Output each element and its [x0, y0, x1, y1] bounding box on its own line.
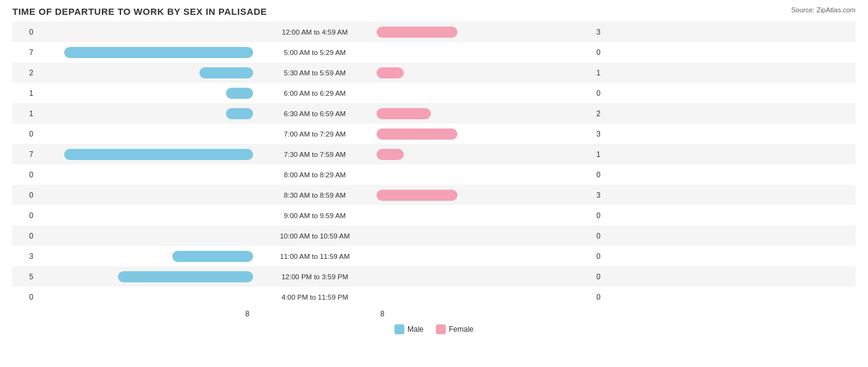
- female-bar-container: [377, 67, 593, 78]
- male-value: 2: [12, 69, 37, 77]
- female-bar-container: [377, 190, 593, 201]
- male-bar-container: [37, 251, 253, 262]
- female-swatch: [436, 324, 446, 334]
- time-label: 7:00 AM to 7:29 AM: [253, 130, 377, 138]
- table-row: 0 4:00 PM to 11:59 PM 0: [12, 287, 856, 307]
- male-bar-container: [37, 169, 253, 180]
- axis-right-val: 8: [377, 310, 593, 318]
- male-bar: [64, 47, 253, 58]
- table-row: 0 12:00 AM to 4:59 AM 3: [12, 22, 856, 42]
- male-bar-container: [37, 47, 253, 58]
- female-bar-container: [377, 271, 593, 282]
- table-row: 0 10:00 AM to 10:59 AM 0: [12, 226, 856, 246]
- table-row: 5 12:00 PM to 3:59 PM 0: [12, 266, 856, 287]
- time-label: 8:30 AM to 8:59 AM: [253, 192, 377, 199]
- male-bar: [226, 88, 253, 99]
- table-row: 1 6:00 AM to 6:29 AM 0: [12, 83, 856, 103]
- time-label: 8:00 AM to 8:29 AM: [253, 171, 377, 179]
- male-bar-container: [37, 129, 253, 140]
- table-row: 1 6:30 AM to 6:59 AM 2: [12, 103, 856, 124]
- source-label: Source: ZipAtlas.com: [791, 6, 856, 14]
- chart-area: 0 12:00 AM to 4:59 AM 3 7 5:00 AM to 5:2…: [12, 22, 856, 307]
- female-bar-container: [377, 149, 593, 160]
- male-value: 7: [12, 150, 37, 159]
- axis-row: 8 8: [12, 307, 856, 321]
- time-label: 6:00 AM to 6:29 AM: [253, 90, 377, 97]
- table-row: 7 7:30 AM to 7:59 AM 1: [12, 144, 856, 164]
- time-label: 6:30 AM to 6:59 AM: [253, 110, 377, 117]
- male-value: 7: [12, 48, 37, 57]
- female-value: 0: [593, 171, 617, 179]
- female-value: 0: [593, 252, 617, 261]
- male-bar-container: [37, 230, 253, 242]
- female-bar: [377, 27, 457, 38]
- female-label: Female: [449, 325, 474, 334]
- female-bar-container: [377, 292, 593, 303]
- time-label: 9:00 AM to 9:59 AM: [253, 212, 377, 219]
- table-row: 7 5:00 AM to 5:29 AM 0: [12, 42, 856, 62]
- female-bar: [377, 67, 404, 78]
- female-value: 1: [593, 150, 617, 159]
- male-bar: [226, 108, 253, 119]
- male-value: 0: [12, 232, 37, 240]
- time-label: 5:30 AM to 5:59 AM: [253, 69, 377, 77]
- male-bar-container: [37, 67, 253, 78]
- time-label: 12:00 AM to 4:59 AM: [253, 28, 377, 36]
- male-bar: [118, 271, 253, 282]
- male-value: 0: [12, 191, 37, 200]
- female-bar-container: [377, 47, 593, 58]
- male-bar-container: [37, 210, 253, 221]
- male-value: 5: [12, 272, 37, 281]
- table-row: 3 11:00 AM to 11:59 AM 0: [12, 246, 856, 266]
- female-bar: [377, 149, 404, 160]
- male-bar-container: [37, 190, 253, 201]
- male-value: 1: [12, 89, 37, 98]
- male-value: 3: [12, 252, 37, 261]
- male-bar-container: [37, 271, 253, 282]
- female-value: 3: [593, 130, 617, 138]
- table-row: 0 7:00 AM to 7:29 AM 3: [12, 124, 856, 144]
- female-bar-container: [377, 27, 593, 38]
- female-value: 0: [593, 48, 617, 57]
- female-value: 0: [593, 272, 617, 281]
- female-value: 2: [593, 109, 617, 118]
- chart-title: TIME OF DEPARTURE TO WORK BY SEX IN PALI…: [12, 6, 856, 17]
- table-row: 0 8:00 AM to 8:29 AM 0: [12, 164, 856, 185]
- chart-container: TIME OF DEPARTURE TO WORK BY SEX IN PALI…: [0, 0, 868, 367]
- time-label: 7:30 AM to 7:59 AM: [253, 151, 377, 158]
- male-bar-container: [37, 108, 253, 119]
- male-swatch: [394, 324, 404, 334]
- legend-male: Male: [394, 324, 424, 334]
- legend-female: Female: [436, 324, 474, 334]
- female-bar: [377, 108, 431, 119]
- male-value: 0: [12, 211, 37, 220]
- time-label: 11:00 AM to 11:59 AM: [253, 253, 377, 260]
- male-value: 0: [12, 130, 37, 138]
- female-bar: [377, 129, 457, 140]
- male-bar-container: [37, 292, 253, 303]
- time-label: 10:00 AM to 10:59 AM: [253, 232, 377, 240]
- female-bar-container: [377, 88, 593, 99]
- male-value: 0: [12, 171, 37, 179]
- female-bar: [377, 190, 457, 201]
- female-value: 0: [593, 232, 617, 240]
- time-label: 5:00 AM to 5:29 AM: [253, 49, 377, 56]
- male-bar-container: [37, 149, 253, 160]
- female-bar-container: [377, 230, 593, 242]
- male-value: 1: [12, 109, 37, 118]
- time-label: 4:00 PM to 11:59 PM: [253, 293, 377, 301]
- female-value: 0: [593, 211, 617, 220]
- table-row: 0 9:00 AM to 9:59 AM 0: [12, 205, 856, 226]
- female-bar-container: [377, 169, 593, 180]
- table-row: 0 8:30 AM to 8:59 AM 3: [12, 185, 856, 205]
- female-value: 3: [593, 191, 617, 200]
- male-bar-container: [37, 27, 253, 38]
- male-value: 0: [12, 28, 37, 36]
- female-value: 3: [593, 28, 617, 36]
- female-bar-container: [377, 108, 593, 119]
- female-bar-container: [377, 210, 593, 221]
- male-bar: [199, 67, 254, 78]
- male-label: Male: [407, 325, 424, 334]
- female-bar-container: [377, 251, 593, 262]
- female-bar-container: [377, 129, 593, 140]
